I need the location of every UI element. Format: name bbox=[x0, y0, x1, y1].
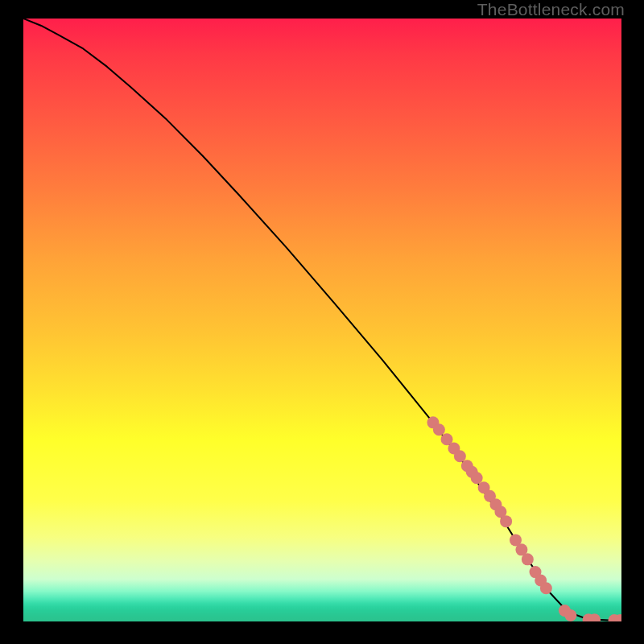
curve-line bbox=[23, 19, 621, 621]
attribution-text: TheBottleneck.com bbox=[477, 0, 625, 19]
chart-stage: TheBottleneck.com bbox=[0, 0, 644, 644]
svg-point-1 bbox=[433, 423, 445, 436]
svg-point-20 bbox=[564, 609, 576, 621]
svg-point-12 bbox=[500, 515, 512, 527]
svg-point-7 bbox=[471, 472, 483, 484]
svg-point-4 bbox=[454, 450, 466, 462]
chart-svg bbox=[23, 19, 621, 621]
svg-point-15 bbox=[522, 553, 534, 565]
data-points bbox=[427, 416, 621, 621]
plot-area bbox=[23, 19, 621, 621]
svg-point-18 bbox=[540, 582, 552, 594]
